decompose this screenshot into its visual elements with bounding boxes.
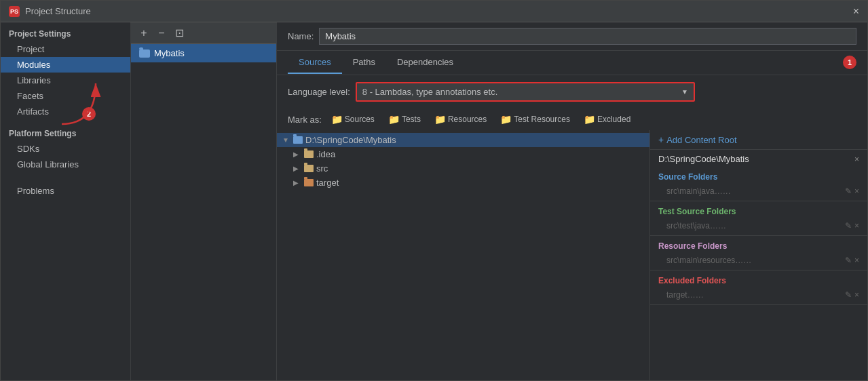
source-folders-section: Source Folders src\main\java…… ✎ × [650,167,867,201]
expand-arrow-icon: ▶ [293,165,301,172]
remove-module-button[interactable]: − [154,26,169,41]
language-level-label: Language level: [288,87,350,97]
sidebar: Project Settings Project Modules Librari… [1,22,131,380]
plus-icon: + [658,134,664,145]
content-root-path: D:\SpringCode\Mybatis × [650,150,867,167]
main-area: Name: Sources Paths Dependencies 1 [277,22,867,380]
source-folders-title: Source Folders [650,169,867,184]
sidebar-item-modules[interactable]: Modules [1,57,130,73]
delete-icon[interactable]: × [854,221,859,230]
delete-icon[interactable]: × [854,256,859,265]
tab-sources[interactable]: Sources [288,52,342,74]
collapse-arrow-icon: ▼ [282,136,290,144]
copy-module-button[interactable]: ⊡ [172,26,187,41]
test-source-folder-actions: ✎ × [845,221,859,230]
resource-folder-item-0: src\main\resources…… ✎ × [650,254,867,267]
excluded-folder-item-0: target…… ✎ × [650,288,867,302]
name-input[interactable] [319,28,856,45]
mark-sources-button[interactable]: 📁 Sources [327,113,379,126]
edit-icon[interactable]: ✎ [845,221,852,230]
add-content-root-label: Add Content Root [666,135,736,145]
app-icon: PS [9,6,20,17]
project-settings-label: Project Settings [1,25,130,41]
test-source-folder-item-0: src\test\java…… ✎ × [650,219,867,233]
add-content-root-button[interactable]: + Add Content Root [650,130,867,150]
language-level-row: Language level: 8 - Lambdas, type annota… [277,75,867,108]
tree-item-target[interactable]: ▶ target [277,176,649,190]
window-title: Project Structure [25,6,853,16]
source-folder-actions: ✎ × [845,186,859,196]
project-structure-window: PS Project Structure × Project Settings … [0,0,868,381]
mark-tests-button[interactable]: 📁 Tests [384,113,425,126]
titlebar: PS Project Structure × [1,1,867,22]
tab-paths[interactable]: Paths [342,52,386,74]
tab-dependencies[interactable]: Dependencies [386,52,464,74]
excluded-folders-section: Excluded Folders target…… ✎ × [650,270,867,305]
close-content-root-button[interactable]: × [854,155,859,164]
resource-folders-section: Resource Folders src\main\resources…… ✎ … [650,236,867,270]
edit-icon[interactable]: ✎ [845,290,852,300]
test-source-folders-title: Test Source Folders [650,204,867,219]
folder-idea-icon [304,151,314,158]
tree-panel[interactable]: ▼ D:\SpringCode\Mybatis ▶ .idea ▶ [277,130,650,380]
language-level-select-wrapper: 8 - Lambdas, type annotations etc. 11 - … [356,82,695,102]
edit-icon[interactable]: ✎ [845,256,852,265]
tree-item-src[interactable]: ▶ src [277,161,649,176]
mark-test-resources-button[interactable]: 📁 Test Resources [496,113,574,126]
bottom-area: ▼ D:\SpringCode\Mybatis ▶ .idea ▶ [277,130,867,380]
test-source-folders-section: Test Source Folders src\test\java…… ✎ × [650,201,867,236]
folder-src-icon [304,165,314,172]
name-label: Name: [288,31,314,41]
excluded-folder-actions: ✎ × [845,290,859,300]
add-module-button[interactable]: + [136,26,151,41]
folder-target-icon [304,179,314,186]
platform-settings-label: Platform Settings [1,125,130,141]
delete-icon[interactable]: × [854,290,859,300]
sidebar-item-global-libraries[interactable]: Global Libraries [1,157,130,172]
folder-root-icon [293,136,303,144]
module-toolbar: + − ⊡ [131,22,276,44]
sidebar-item-artifacts[interactable]: Artifacts [1,104,130,119]
main-content: Project Settings Project Modules Librari… [1,22,867,380]
name-row: Name: [277,22,867,51]
close-button[interactable]: × [853,6,859,17]
sidebar-item-facets[interactable]: Facets [1,88,130,104]
language-level-select[interactable]: 8 - Lambdas, type annotations etc. 11 - … [357,83,681,100]
sidebar-item-problems[interactable]: Problems [1,183,130,199]
mark-resources-button[interactable]: 📁 Resources [430,113,491,126]
expand-arrow-icon: ▶ [293,151,301,158]
module-panel: + − ⊡ Mybatis [131,22,277,380]
module-item-mybatis[interactable]: Mybatis [131,44,276,62]
edit-icon[interactable]: ✎ [845,186,852,196]
excluded-folders-title: Excluded Folders [650,273,867,288]
mark-excluded-button[interactable]: 📁 Excluded [580,113,635,126]
resource-folders-title: Resource Folders [650,239,867,254]
sources-content: Language level: 8 - Lambdas, type annota… [277,75,867,380]
sidebar-item-sdks[interactable]: SDKs [1,141,130,157]
sidebar-item-libraries[interactable]: Libraries [1,73,130,88]
source-folder-item-0: src\main\java…… ✎ × [650,184,867,198]
mark-as-label: Mark as: [288,115,322,125]
chevron-down-icon: ▼ [681,88,694,96]
sidebar-item-project[interactable]: Project [1,41,130,57]
tree-item-idea[interactable]: ▶ .idea [277,147,649,161]
delete-icon[interactable]: × [854,186,859,196]
right-panel: + Add Content Root D:\SpringCode\Mybatis… [650,130,867,380]
mark-as-row: Mark as: 📁 Sources 📁 Tests 📁 Resources [277,108,867,130]
tree-item-root[interactable]: ▼ D:\SpringCode\Mybatis [277,133,649,147]
resource-folder-actions: ✎ × [845,256,859,265]
module-folder-icon [139,49,150,58]
tabs-row: Sources Paths Dependencies 1 [277,51,867,75]
annotation-badge-1: 1 [843,56,856,69]
expand-arrow-icon: ▶ [293,179,301,186]
